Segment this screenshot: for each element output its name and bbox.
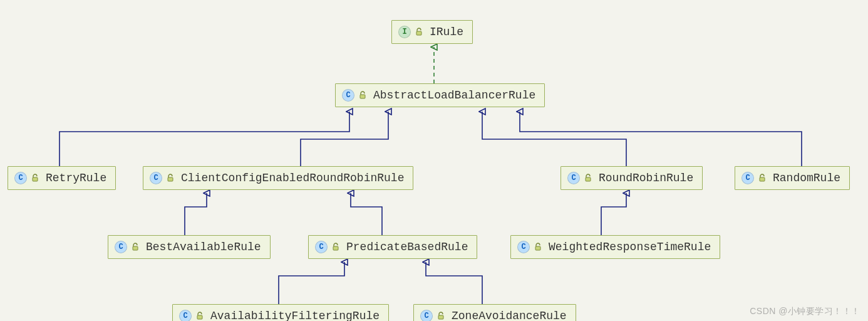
class-icon: C [342,89,354,102]
class-icon: C [567,172,580,184]
unlock-icon [358,91,367,100]
unlock-icon [584,174,592,182]
node-label: AvailabilityFilteringRule [210,310,380,321]
unlock-icon [331,243,340,251]
class-icon: C [517,241,530,253]
node-bestavail[interactable]: C BestAvailableRule [108,235,271,259]
node-roundrobin[interactable]: C RoundRobinRule [561,166,703,190]
svg-rect-6 [133,246,138,250]
node-label: AbstractLoadBalancerRule [373,89,535,102]
svg-rect-4 [586,177,591,181]
svg-rect-0 [416,31,421,35]
node-label: ClientConfigEnabledRoundRobinRule [181,172,404,184]
svg-rect-5 [760,177,765,181]
node-weighted[interactable]: C WeightedResponseTimeRule [510,235,720,259]
class-icon: C [179,310,192,321]
node-label: BestAvailableRule [146,241,261,253]
connector-layer [0,0,868,321]
class-icon: C [315,241,328,253]
node-irule[interactable]: I IRule [391,20,473,44]
class-icon: C [741,172,754,184]
watermark-text: CSDN @小钟要学习！！！ [750,306,860,317]
node-label: RoundRobinRule [599,172,693,184]
node-abstract[interactable]: C AbstractLoadBalancerRule [335,83,545,107]
unlock-icon [534,243,542,251]
class-icon: C [150,172,162,184]
svg-rect-8 [535,246,540,250]
unlock-icon [131,243,140,251]
node-label: IRule [430,26,463,38]
node-label: PredicateBasedRule [346,241,468,253]
node-label: RetryRule [46,172,106,184]
class-icon: C [420,310,433,321]
class-icon: C [14,172,27,184]
node-label: WeightedResponseTimeRule [549,241,711,253]
svg-rect-9 [197,315,202,319]
node-retry[interactable]: C RetryRule [8,166,116,190]
unlock-icon [415,28,423,36]
unlock-icon [758,174,767,182]
node-random[interactable]: C RandomRule [735,166,850,190]
svg-rect-7 [333,246,338,250]
svg-rect-2 [33,177,38,181]
unlock-icon [31,174,39,182]
node-clientconfig[interactable]: C ClientConfigEnabledRoundRobinRule [143,166,413,190]
svg-rect-1 [360,95,365,98]
node-availfilter[interactable]: C AvailabilityFilteringRule [172,304,389,321]
unlock-icon [166,174,175,182]
node-label: RandomRule [773,172,840,184]
interface-icon: I [398,26,411,38]
node-zoneavoid[interactable]: C ZoneAvoidanceRule [413,304,576,321]
class-icon: C [115,241,127,253]
unlock-icon [437,312,445,320]
node-predicate[interactable]: C PredicateBasedRule [308,235,477,259]
svg-rect-3 [168,177,173,181]
svg-rect-10 [438,315,443,319]
unlock-icon [195,312,204,320]
node-label: ZoneAvoidanceRule [452,310,567,321]
